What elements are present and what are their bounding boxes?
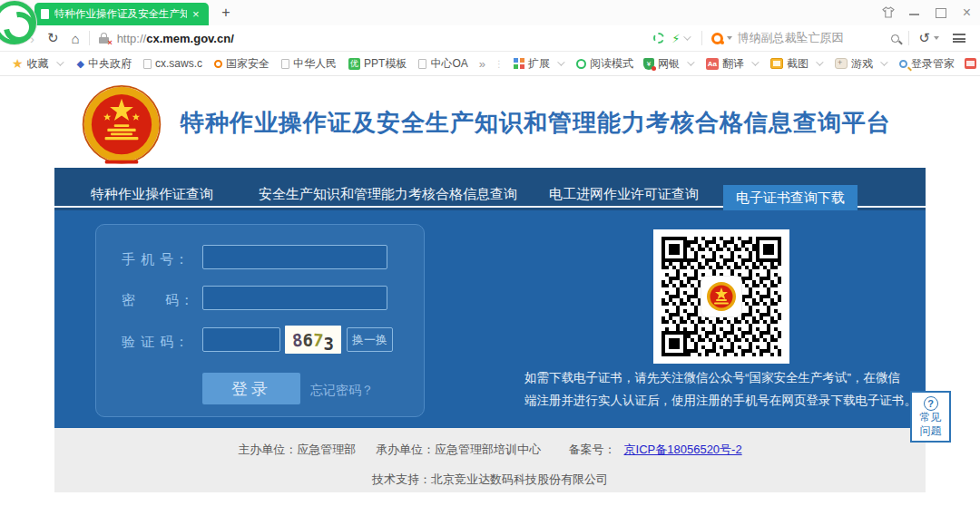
page-icon: [418, 59, 426, 69]
icp-link[interactable]: 京ICP备18056520号-2: [624, 443, 742, 456]
captcha-digit: 3: [323, 334, 333, 354]
tab-close-icon[interactable]: ×: [192, 8, 200, 20]
toolbar-label: 扩展: [528, 56, 550, 72]
bookmark-label: 收藏: [27, 56, 49, 72]
password-manager-button[interactable]: 登录管家: [899, 56, 955, 72]
toolbar-label: 阅读模式: [590, 56, 633, 72]
instruction-line: 如需下载电子证书，请先关注微信公众号“国家安全生产考试”，在微信: [524, 366, 928, 389]
faq-button[interactable]: ? 常见 问题: [910, 391, 951, 443]
chevron-down-icon: [56, 58, 64, 65]
wechat-qr-code: [653, 229, 789, 364]
games-button[interactable]: 游戏: [835, 56, 889, 72]
web-page: 特种作业操作证及安全生产知识和管理能力考核合格信息查询平台 特种作业操作证查询 …: [0, 76, 980, 506]
divider: [908, 31, 909, 45]
translate-icon: Aa: [706, 58, 719, 70]
restore-tabs-icon[interactable]: ↺: [918, 30, 930, 46]
home-icon[interactable]: ⌂: [72, 31, 80, 46]
reading-mode-button[interactable]: 阅读模式: [576, 56, 633, 72]
bookmarks-bar: ★ 收藏 ◆ 中央政府 cx.saws.c 国家安全 中华人民 优 PPT模板 …: [0, 52, 980, 76]
my-live-button[interactable]: 我的直播: [965, 56, 980, 72]
refresh-icon[interactable]: ↻: [47, 30, 59, 46]
tab-special-operation-query[interactable]: 特种作业操作证查询: [91, 186, 213, 203]
search-icon[interactable]: [891, 34, 899, 43]
footer-host: 主办单位：应急管理部: [238, 443, 356, 456]
speed-mode-icon[interactable]: [653, 33, 664, 44]
page-footer: 主办单位：应急管理部 承办单位：应急管理部培训中心 备案号：京ICP备18056…: [54, 428, 926, 492]
page-icon: [143, 59, 152, 69]
tab-safety-knowledge-query[interactable]: 安全生产知识和管理能力考核合格信息查询: [259, 186, 517, 203]
divider: [89, 31, 90, 45]
tab-electrician-permit-query[interactable]: 电工进网作业许可证查询: [549, 186, 699, 203]
password-input[interactable]: [202, 286, 387, 310]
login-button[interactable]: 登录: [202, 373, 300, 404]
captcha-digit: 8: [291, 329, 304, 350]
search-engine-dropdown-icon[interactable]: [727, 36, 732, 40]
tab-ecert-download[interactable]: 电子证书查询下载: [723, 185, 858, 210]
url-text[interactable]: http://cx.mem.gov.cn/: [117, 32, 234, 45]
refresh-captcha-button[interactable]: 换一换: [347, 327, 393, 352]
skin-theme-icon[interactable]: [882, 6, 894, 18]
url-path: /: [230, 32, 234, 45]
qr-center-emblem: [701, 277, 741, 316]
bookmark-center-oa[interactable]: 中心OA: [418, 56, 467, 72]
captcha-image[interactable]: 8 6 7 3: [285, 326, 341, 354]
reading-mode-icon: [576, 59, 586, 69]
icp-label: 备案号：: [569, 443, 616, 456]
insecure-lock-icon[interactable]: ×: [99, 33, 109, 44]
footer-support: 技术支持：北京竞业达数码科技股份有限公司: [54, 472, 926, 488]
favorites-menu[interactable]: ★ 收藏: [12, 56, 65, 72]
gamepad-icon: [835, 58, 848, 69]
ppt-template-icon: 优: [348, 58, 360, 70]
minimize-icon[interactable]: [908, 6, 920, 18]
chevron-down-icon: [557, 58, 564, 65]
extensions-button[interactable]: 扩展: [514, 56, 566, 72]
captcha-input[interactable]: [202, 327, 280, 352]
phone-input[interactable]: [202, 245, 387, 269]
page-favicon-icon: [41, 9, 49, 19]
faq-label: 问题: [912, 424, 949, 438]
chevron-down-icon: [880, 58, 887, 65]
national-emblem-logo: [80, 85, 163, 172]
translate-button[interactable]: Aa 翻译: [706, 56, 760, 72]
bookmark-central-gov[interactable]: ◆ 中央政府: [77, 56, 132, 72]
window-close-icon[interactable]: ×: [961, 6, 973, 18]
bookmark-label: cx.saws.c: [155, 57, 202, 70]
instruction-line: 端注册并进行实人认证后，使用注册的手机号在网页登录下载电子证书。: [524, 389, 928, 412]
bookmark-cx-saws[interactable]: cx.saws.c: [143, 57, 202, 70]
forgot-password-link[interactable]: 忘记密码？: [310, 383, 374, 399]
login-panel: 手 机 号： 密 码： 验 证 码： 8 6 7 3 换一换 登录 忘记密码？: [95, 224, 425, 417]
screenshot-button[interactable]: 截图: [770, 56, 825, 72]
toolbar-label: 翻译: [722, 56, 744, 72]
browser-tab[interactable]: 特种作业操作证及安全生产知识 ×: [34, 3, 209, 25]
menu-icon[interactable]: [953, 34, 965, 43]
password-label: 密 码：: [122, 292, 194, 309]
online-banking-button[interactable]: ¥ 网银: [643, 56, 696, 72]
phone-label: 手 机 号：: [122, 251, 189, 268]
bookmark-label: 中华人民: [293, 56, 337, 72]
live-icon: [965, 58, 976, 69]
main-navigation: 特种作业操作证查询 安全生产知识和管理能力考核合格信息查询 电工进网作业许可证查…: [54, 168, 926, 210]
bookmark-national-safety[interactable]: 国家安全: [214, 56, 270, 72]
bookmark-ppt-template[interactable]: 优 PPT模板: [348, 56, 407, 72]
mode-dropdown-icon[interactable]: [684, 33, 691, 40]
star-icon: ★: [12, 58, 24, 69]
bookmark-label: 中心OA: [430, 56, 467, 72]
search-suggestion-input[interactable]: 博纳副总裁坠亡原因: [737, 30, 891, 46]
toolbar-label: 截图: [787, 56, 808, 72]
footer-icp: 备案号：京ICP备18056520号-2: [561, 443, 742, 456]
shield-icon: ¥: [643, 58, 654, 70]
search-engine-icon[interactable]: [711, 33, 723, 44]
tab-bar: 特种作业操作证及安全生产知识 × + ×: [0, 0, 980, 25]
bookmark-prc[interactable]: 中华人民: [281, 56, 337, 72]
toolbar-drag-handle: ⋮: [495, 59, 504, 69]
lightning-boost-icon[interactable]: ⚡: [671, 32, 680, 45]
maximize-icon[interactable]: [935, 6, 946, 18]
chevron-down-icon: [751, 58, 759, 65]
captcha-digit: 7: [312, 329, 324, 350]
extensions-icon: [514, 58, 524, 69]
divider: [701, 31, 702, 45]
new-tab-button[interactable]: +: [218, 5, 234, 21]
restore-dropdown-icon[interactable]: [934, 36, 939, 40]
bookmarks-overflow-icon[interactable]: »: [479, 57, 485, 71]
browser-window: 特种作业操作证及安全生产知识 × + × ‹ › ↻ ⌂ × http://cx…: [0, 0, 980, 506]
